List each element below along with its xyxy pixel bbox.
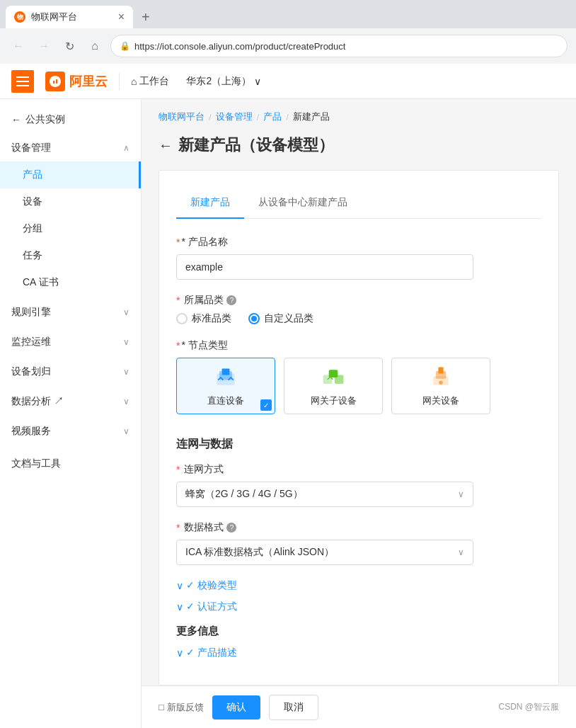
category-label: * 所属品类 ? [176,294,541,307]
cancel-button[interactable]: 取消 [269,695,318,720]
aliyun-logo: 阿里云 [45,72,108,91]
sidebar-back-link[interactable]: ← 公共实例 [0,108,141,132]
sidebar-section-header-device-management[interactable]: 设备管理 ∧ [0,135,141,161]
back-button[interactable]: ← [8,36,28,56]
workspace-link[interactable]: ⌂ 工作台 [131,75,169,88]
radio-custom-label: 自定义品类 [264,312,313,325]
logo-text: 阿里云 [69,73,108,90]
radio-custom-category[interactable]: 自定义品类 [248,312,313,325]
region-selector[interactable]: 华东2（上海） ∨ [180,72,267,91]
bottom-bar: □ 新版反馈 确认 取消 CSDN @智云服 [142,686,576,728]
hamburger-menu[interactable] [11,70,34,93]
region-label: 华东2（上海） [186,75,251,88]
radio-custom-circle [248,313,260,324]
sidebar: ← 公共实例 设备管理 ∧ 产品 设备 分组 任务 CA 证书 规则引擎 ∨ 监… [0,99,142,728]
product-desc-link[interactable]: ∨ ✓ 产品描述 [176,647,541,659]
forward-button[interactable]: → [34,36,54,56]
node-card-gateway-sub[interactable]: 网关子设备 [284,358,383,414]
chevron-down-icon-video: ∨ [123,426,129,436]
required-asterisk: * [176,237,180,248]
data-format-help-icon[interactable]: ? [226,523,236,533]
more-info-title: 更多信息 [176,625,541,638]
chevron-down-icon-rules: ∨ [123,307,129,317]
workspace-icon: ⌂ [131,76,137,87]
data-format-label-text: 数据格式 [184,521,224,534]
direct-device-icon [213,365,238,390]
svg-point-9 [439,381,442,385]
node-type-required: * [176,340,180,351]
sidebar-section-label-data-analysis: 数据分析 ↗ [11,395,64,408]
breadcrumb-products[interactable]: 产品 [263,110,282,123]
gateway-icon [428,365,454,390]
confirm-button[interactable]: 确认 [212,695,260,720]
sidebar-item-groups[interactable]: 分组 [0,215,141,242]
product-name-input[interactable] [176,254,473,280]
sidebar-item-docs[interactable]: 文档与工具 [0,450,141,477]
breadcrumb-sep-3: / [286,112,289,123]
gateway-sub-icon [321,365,346,390]
tab-from-device-center[interactable]: 从设备中心新建产品 [244,188,362,219]
network-label-text: 连网方式 [184,463,224,476]
sidebar-section-data-analysis: 数据分析 ↗ ∨ [0,388,141,415]
feedback-icon: □ [159,702,164,712]
network-chevron-icon: ∨ [458,489,464,499]
page-back-button[interactable]: ← [159,137,173,154]
category-required-asterisk: * [176,295,180,306]
network-required: * [176,464,180,475]
product-name-label: * * 产品名称 [176,236,541,249]
sidebar-back-label: 公共实例 [25,113,65,126]
browser-tab-active[interactable]: 物 物联网平台 × [6,6,133,28]
sidebar-section-label-device-distribution: 设备划归 [11,365,51,378]
node-card-direct-check: ✓ [260,399,272,411]
label-text: * 产品名称 [181,236,227,249]
data-format-label: * 数据格式 ? [176,521,541,534]
lock-icon: 🔒 [120,41,130,51]
validation-type-link[interactable]: ∨ ✓ 校验类型 [176,579,541,592]
sidebar-item-tasks[interactable]: 任务 [0,242,141,269]
tab-create-product[interactable]: 新建产品 [176,188,244,219]
sidebar-item-devices[interactable]: 设备 [0,188,141,215]
node-card-gateway[interactable]: 网关设备 [391,358,490,414]
feedback-link[interactable]: □ 新版反馈 [159,701,204,714]
form-group-network-method: * 连网方式 蜂窝（2G / 3G / 4G / 5G） ∨ [176,463,541,507]
category-help-icon[interactable]: ? [226,295,236,305]
header-divider [119,73,120,90]
address-bar[interactable]: 🔒 https://iot.console.aliyun.com/product… [110,35,568,57]
sidebar-item-products[interactable]: 产品 [0,161,141,188]
breadcrumb-iot[interactable]: 物联网平台 [159,110,205,123]
sidebar-section-label-monitor: 监控运维 [11,336,51,348]
node-card-direct[interactable]: 直连设备 ✓ [176,358,275,414]
hamburger-line-2 [16,81,29,82]
sidebar-section-header-monitor[interactable]: 监控运维 ∨ [0,329,141,356]
tab-from-device-center-label: 从设备中心新建产品 [258,196,347,207]
product-desc-chevron-icon: ∨ [176,647,183,659]
feedback-label: 新版反馈 [167,701,204,714]
sidebar-section-device-distribution: 设备划归 ∨ [0,358,141,385]
page-title-text: 新建产品（设备模型） [178,135,334,156]
sidebar-section-header-data-analysis[interactable]: 数据分析 ↗ ∨ [0,388,141,415]
node-card-direct-label: 直连设备 [207,394,244,407]
reload-button[interactable]: ↻ [59,36,79,56]
sidebar-item-ca[interactable]: CA 证书 [0,269,141,296]
sidebar-section-header-video[interactable]: 视频服务 ∨ [0,418,141,445]
data-format-select[interactable]: ICA 标准数据格式（Alink JSON） ∨ [176,540,473,565]
data-format-required: * [176,522,180,533]
node-type-label: * * 节点类型 [176,339,541,352]
sidebar-section-header-rules[interactable]: 规则引擎 ∨ [0,299,141,326]
chevron-up-icon: ∧ [123,143,129,153]
breadcrumb-current: 新建产品 [293,110,330,123]
network-method-select[interactable]: 蜂窝（2G / 3G / 4G / 5G） ∨ [176,482,473,507]
tab-title: 物联网平台 [31,11,77,23]
hamburger-line-3 [16,85,29,86]
tab-create-product-label: 新建产品 [190,196,230,207]
category-label-text: 所属品类 [184,294,224,307]
sidebar-section-header-device-distribution[interactable]: 设备划归 ∨ [0,358,141,385]
new-tab-button[interactable]: + [133,6,159,28]
breadcrumb-sep-2: / [257,112,260,123]
breadcrumb-device-management[interactable]: 设备管理 [216,110,253,123]
csdn-label: CSDN @智云服 [498,701,559,713]
home-button[interactable]: ⌂ [85,36,105,56]
radio-standard-category[interactable]: 标准品类 [176,312,231,325]
auth-method-link[interactable]: ∨ ✓ 认证方式 [176,601,541,613]
tab-close-button[interactable]: × [118,11,125,23]
